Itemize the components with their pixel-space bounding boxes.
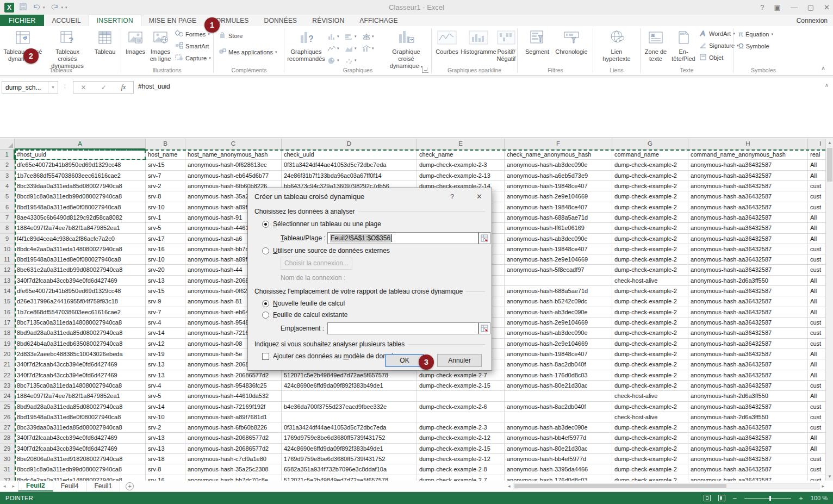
- cell[interactable]: anonymous-hash-aa36432587: [688, 402, 808, 412]
- row-header[interactable]: 15: [0, 296, 15, 307]
- cell[interactable]: srv-18: [146, 454, 185, 464]
- row-header[interactable]: 21: [0, 359, 15, 370]
- row-header[interactable]: 20: [0, 349, 15, 359]
- pivotchart-button[interactable]: Graphique croisé dynamique ▾: [384, 28, 428, 70]
- combo-chart-icon[interactable]: ▾: [362, 42, 380, 54]
- column-header[interactable]: A: [15, 139, 146, 150]
- row-header[interactable]: 18: [0, 328, 15, 338]
- cell[interactable]: anonymous-hash-aa36432587: [688, 160, 808, 170]
- tab-fichier[interactable]: FICHIER: [0, 15, 44, 26]
- cell[interactable]: anonymous-hash-aa36432587: [688, 381, 808, 391]
- row-header[interactable]: 28: [0, 433, 15, 443]
- cell[interactable]: dump-check-example-2: [612, 181, 688, 191]
- cell[interactable]: anonymous-hash-19848ce407: [505, 349, 612, 359]
- new-sheet-icon[interactable]: +: [126, 482, 134, 490]
- cell[interactable]: dump-check-example-2: [612, 464, 688, 475]
- cell[interactable]: anonymous-hash-aa36432587: [688, 318, 808, 328]
- cell[interactable]: dump-check-example-2: [612, 339, 688, 349]
- cell[interactable]: #host_uuid: [15, 150, 146, 160]
- cell[interactable]: dump-check-example-2: [612, 202, 688, 213]
- cell[interactable]: anonymous-hash-2e9e104669: [505, 318, 612, 328]
- column-header[interactable]: E: [417, 139, 505, 150]
- collapse-ribbon-icon[interactable]: ∧: [821, 65, 825, 72]
- row-header[interactable]: 32: [0, 475, 15, 481]
- cell[interactable]: anonymous-hash-bb7dc70c8e: [185, 475, 282, 481]
- cell[interactable]: srv-12: [146, 339, 185, 349]
- cell[interactable]: anonymous-hash-aa36432587: [688, 339, 808, 349]
- ribbon-options-icon[interactable]: ▣: [774, 3, 781, 11]
- cell[interactable]: [417, 391, 505, 401]
- cell[interactable]: anonymous-hash-aa36432587: [688, 422, 808, 433]
- qat-customize-icon[interactable]: ▾: [65, 5, 67, 10]
- cell[interactable]: dump-check-example-2-15: [417, 444, 505, 454]
- formula-bar-splitter[interactable]: ⁞: [64, 83, 66, 90]
- scroll-left-icon[interactable]: ◂: [506, 483, 513, 489]
- cell[interactable]: dump-check-example-2: [612, 433, 688, 443]
- cell[interactable]: anonymous-hash-72169f192f: [185, 402, 282, 412]
- cell[interactable]: srv-15: [146, 286, 185, 296]
- checkbox-add-to-data-model[interactable]: Ajouter ces données au modèle de données: [262, 352, 401, 360]
- table-range-input[interactable]: Feuil2!$A$1:$O$356: [327, 232, 478, 244]
- cell[interactable]: 340f7d2fcaab43ccb394e0fd6d427469: [15, 370, 146, 381]
- my-apps-button[interactable]: Mes applications▾: [219, 48, 277, 56]
- object-button[interactable]: Objet: [700, 54, 723, 61]
- store-button[interactable]: Store: [219, 32, 243, 40]
- tab-affichage[interactable]: AFFICHAGE: [352, 15, 405, 26]
- cell[interactable]: 424c8690e6ffd9da09f892f383b49de1: [282, 381, 417, 391]
- cell[interactable]: [505, 391, 612, 401]
- cell[interactable]: dump-check-example-2: [612, 296, 688, 307]
- dialog-close-icon[interactable]: ✕: [476, 192, 482, 201]
- row-header[interactable]: 7: [0, 213, 15, 223]
- row-header[interactable]: 14: [0, 286, 15, 296]
- radio-select-table-range[interactable]: Sélectionner un tableau ou une plage: [262, 220, 381, 228]
- collapse-formula-bar-icon[interactable]: ∧: [825, 82, 829, 88]
- radio-existing-worksheet[interactable]: Feuille de calcul existante: [262, 311, 347, 319]
- cell[interactable]: srv-2: [146, 181, 185, 191]
- cell[interactable]: anonymous-hash-bb4ef5977d: [505, 454, 612, 464]
- cell[interactable]: dump-check-example-2-8: [417, 464, 505, 475]
- tab-donnees[interactable]: DONNÉES: [257, 15, 305, 26]
- cell[interactable]: dump-check-example-2: [612, 370, 688, 381]
- cell[interactable]: anonymous-hash-aa36432587: [688, 433, 808, 443]
- cell[interactable]: 340f7d2fcaab43ccb394e0fd6d427469: [15, 359, 146, 370]
- cell[interactable]: anonymous-hash-aa36432587: [688, 191, 808, 202]
- cell[interactable]: dump-check-example-2: [612, 381, 688, 391]
- cell[interactable]: anonymous-hash-688a5ae71d: [505, 213, 612, 223]
- zoom-level[interactable]: 100 %: [811, 495, 828, 501]
- cell[interactable]: host_name_anonymous_hash: [185, 150, 282, 160]
- cell[interactable]: anonymous-hash-2e9e104669: [505, 191, 612, 202]
- cell[interactable]: 424c8690e6ffd9da09f892f383b49de1: [282, 444, 417, 454]
- sheet-tab-feuil4[interactable]: Feuil4: [53, 481, 87, 491]
- sparkline-column-button[interactable]: Histogramme: [462, 28, 495, 55]
- row-header[interactable]: 26: [0, 412, 15, 422]
- cell[interactable]: anonymous-hash-ab3dec090e: [505, 160, 612, 170]
- zoom-in-icon[interactable]: +: [799, 494, 803, 502]
- sparkline-winloss-button[interactable]: Positif/Négatif: [496, 28, 516, 63]
- recommended-charts-button[interactable]: ? Graphiques recommandés: [288, 28, 324, 63]
- cell[interactable]: 8bdc4e2aa0a311eda148080027940ca8: [15, 244, 146, 254]
- cell[interactable]: anonymous-hash-176d0d8c03: [505, 475, 612, 481]
- sheet-nav-right-icon[interactable]: ▸: [9, 481, 18, 491]
- cell[interactable]: 8bd19548a0a311ed8e0f080027940ca8: [15, 412, 146, 422]
- column-header[interactable]: D: [282, 139, 417, 150]
- page-layout-view-icon[interactable]: [704, 495, 711, 501]
- cell[interactable]: anonymous-hash-8ac2db040f: [505, 402, 612, 412]
- cell[interactable]: dump-check-example-2: [612, 244, 688, 254]
- cell[interactable]: srv-5: [146, 223, 185, 233]
- cell[interactable]: anonymous-hash-aa36432587: [688, 307, 808, 318]
- cell[interactable]: anonymous-hash-aa36432587: [688, 328, 808, 338]
- column-header[interactable]: H: [688, 139, 808, 150]
- cell[interactable]: srv-9: [146, 296, 185, 307]
- cell[interactable]: dump-check-example-2: [612, 475, 688, 481]
- account-signin[interactable]: Connexion: [797, 15, 828, 26]
- cell[interactable]: anonymous-hash-688a5ae71d: [505, 286, 612, 296]
- cell[interactable]: srv-13: [146, 433, 185, 443]
- cell[interactable]: anonymous-hash-aa36432587: [688, 213, 808, 223]
- row-header[interactable]: 4: [0, 181, 15, 191]
- cell[interactable]: 340f7d2fcaab43ccb394e0fd6d427469: [15, 276, 146, 286]
- cell[interactable]: 24e86f31b7f133bda96ac03a67ff0f14: [282, 171, 417, 181]
- cell[interactable]: dump-check-example-2-12: [417, 454, 505, 464]
- cell[interactable]: 8ae43305c6b6490d8129c92d58ca8082: [15, 213, 146, 223]
- cell[interactable]: [417, 412, 505, 422]
- cell[interactable]: 0f31a3424df44ae41053d5c72dbc7eda: [282, 160, 417, 170]
